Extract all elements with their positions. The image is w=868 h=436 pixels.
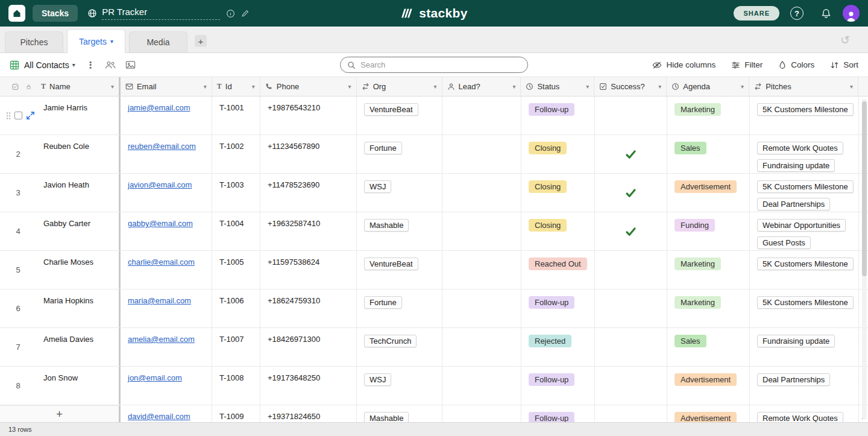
add-table-button[interactable]: + [195,35,207,47]
column-header-name[interactable]: TName▾ [36,77,121,96]
cell-pitches[interactable]: 5K Customers Milestone [750,251,859,289]
cell-pitches[interactable]: Fundraising update [750,328,859,366]
email-link[interactable]: jon@email.com [128,373,182,382]
cell-phone[interactable]: +11234567890 [260,135,357,173]
cell-email[interactable]: reuben@email.com [121,135,212,173]
cell-status[interactable]: Rejected [521,328,595,366]
cell-name[interactable]: Charlie Moses [36,251,121,289]
history-icon[interactable]: ↺ [840,33,850,47]
column-menu-caret-icon[interactable]: ▾ [586,83,589,90]
cell-phone[interactable]: +19632587410 [260,212,357,250]
cell-id[interactable]: T-1001 [212,96,260,134]
cell-success[interactable] [595,174,667,212]
email-link[interactable]: gabby@email.com [128,219,193,228]
cell-agenda[interactable]: Sales [667,135,750,173]
cell-name[interactable]: Jamie Harris [36,96,121,134]
column-menu-caret-icon[interactable]: ▾ [204,83,207,90]
cell-status[interactable]: Closing [521,135,595,173]
cell-name[interactable]: Maria Hopkins [36,289,121,327]
cell-agenda[interactable]: Marketing [667,251,750,289]
edit-title-icon[interactable] [241,9,250,17]
column-menu-caret-icon[interactable]: ▾ [850,83,853,90]
cell-lead[interactable] [442,367,521,405]
tab-targets[interactable]: Targets▾ [67,29,125,53]
cell-pitches[interactable]: Remote Work QuotesFundraising update [750,135,859,173]
collaborators-icon[interactable] [105,60,116,69]
column-menu-caret-icon[interactable]: ▾ [111,83,114,90]
expand-row-icon[interactable] [26,111,35,120]
drag-handle-icon[interactable] [6,112,11,120]
row-gutter[interactable] [0,96,36,134]
cell-org[interactable]: Fortune [357,135,442,173]
cell-id[interactable]: T-1008 [212,367,260,405]
cell-pitches[interactable]: 5K Customers MilestoneDeal Partnerships [750,174,859,212]
email-link[interactable]: jamie@email.com [128,103,190,112]
cell-org[interactable]: Fortune [357,289,442,327]
view-menu-kebab-icon[interactable]: ⋮ [86,60,95,71]
column-header-success[interactable]: Success?▾ [594,77,667,96]
column-menu-caret-icon[interactable]: ▾ [512,83,515,90]
cell-agenda[interactable]: Advertisement [667,367,750,405]
hide-columns-button[interactable]: Hide columns [652,60,715,69]
cell-phone[interactable]: +11478523690 [260,174,357,212]
notifications-bell-icon[interactable] [820,8,832,19]
share-button[interactable]: SHARE [734,6,779,21]
row-gutter[interactable]: 7 [0,328,36,366]
home-button[interactable] [8,5,25,22]
scrollbar-thumb[interactable] [862,101,867,276]
cell-pitches[interactable]: 5K Customers Milestone [750,96,859,134]
cell-org[interactable]: VentureBeat [357,96,442,134]
cell-lead[interactable] [442,405,521,422]
cell-phone[interactable]: +18426971300 [260,328,357,366]
cell-lead[interactable] [442,328,521,366]
cell-lead[interactable] [442,174,521,212]
column-menu-caret-icon[interactable]: ▾ [252,83,255,90]
cell-pitches[interactable]: Webinar OpportunitiesGuest Posts [750,212,859,250]
cell-org[interactable]: WSJ [357,174,442,212]
cell-email[interactable]: javion@email.com [121,174,212,212]
cell-name[interactable]: Gabby Carter [36,212,121,250]
row-gutter[interactable]: 5 [0,251,36,289]
cell-success[interactable] [595,251,667,289]
cell-id[interactable]: T-1002 [212,135,260,173]
column-header-org[interactable]: Org▾ [357,77,442,96]
cell-agenda[interactable]: Funding [667,212,750,250]
row-gutter[interactable]: 2 [0,135,36,173]
column-header-id[interactable]: TId▾ [212,77,260,96]
cell-status[interactable]: Follow-up [521,289,595,327]
cell-status[interactable]: Follow-up [521,405,595,422]
column-menu-caret-icon[interactable]: ▾ [433,83,436,90]
column-header-status[interactable]: Status▾ [521,77,594,96]
cell-agenda[interactable]: Advertisement [667,405,750,422]
colors-button[interactable]: Colors [778,60,814,69]
row-gutter[interactable]: 6 [0,289,36,327]
filter-button[interactable]: Filter [731,60,763,69]
cell-phone[interactable]: +19371824650 [260,405,357,422]
user-avatar[interactable] [843,5,860,22]
cell-id[interactable]: T-1007 [212,328,260,366]
cell-id[interactable]: T-1009 [212,405,260,422]
row-preview-icon[interactable] [125,60,136,69]
select-all-checkbox[interactable] [12,83,19,91]
cell-org[interactable]: Mashable [357,405,442,422]
cell-email[interactable]: charlie@email.com [121,251,212,289]
cell-pitches[interactable]: 5K Customers Milestone [750,289,859,327]
email-link[interactable]: charlie@email.com [128,257,195,267]
cell-email[interactable]: gabby@email.com [121,212,212,250]
column-header-email[interactable]: Email▾ [121,77,212,96]
cell-success[interactable] [595,367,667,405]
column-header-lead[interactable]: Lead?▾ [442,77,521,96]
cell-name[interactable]: Javion Heath [36,174,121,212]
cell-name[interactable]: Amelia Davies [36,328,121,366]
search-box[interactable] [340,57,528,73]
cell-id[interactable]: T-1006 [212,289,260,327]
tab-pitches[interactable]: Pitches [5,31,63,52]
email-link[interactable]: amelia@email.com [128,335,195,344]
cell-name[interactable]: Reuben Cole [36,135,121,173]
cell-success[interactable] [595,405,667,422]
sort-button[interactable]: Sort [830,60,858,69]
email-link[interactable]: reuben@email.com [128,142,196,151]
column-menu-caret-icon[interactable]: ▾ [658,83,661,90]
cell-agenda[interactable]: Marketing [667,96,750,134]
email-link[interactable]: javion@email.com [128,180,192,189]
